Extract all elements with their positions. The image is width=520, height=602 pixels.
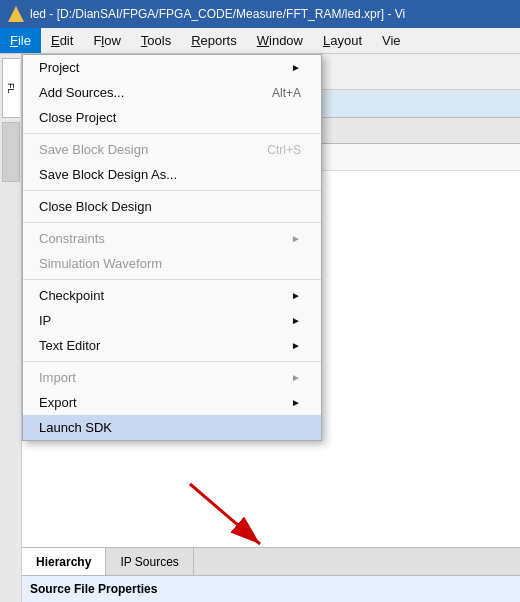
menu-item-save-block-design-as-label: Save Block Design As... [39,167,177,182]
menu-item-constraints: Constraints ► [23,226,321,251]
title-bar: led - [D:/DianSAI/FPGA/FPGA_CODE/Measure… [0,0,520,28]
menu-item-save-block-design-label: Save Block Design [39,142,148,157]
left-strip: FL [0,54,22,602]
separator-1 [23,133,321,134]
app-icon [8,6,24,22]
menu-item-simulation-waveform: Simulation Waveform [23,251,321,276]
tab-hierarchy[interactable]: Hierarchy [22,548,106,575]
menu-layout-label: Layout [323,33,362,48]
strip-tab-fl[interactable]: FL [2,58,20,118]
source-file-properties: Source File Properties [22,575,520,602]
menu-item-import: Import ► [23,365,321,390]
menu-flow-label: Flow [93,33,120,48]
menu-item-project-label: Project [39,60,79,75]
main-area: FL Project ► Add Sources... Alt+A Close … [0,54,520,602]
submenu-arrow-import: ► [291,372,301,383]
menu-item-save-block-design: Save Block Design Ctrl+S [23,137,321,162]
strip-tab-2[interactable] [2,122,20,182]
menu-edit-label: Edit [51,33,73,48]
menu-item-import-label: Import [39,370,76,385]
menu-window-label: Window [257,33,303,48]
title-text: led - [D:/DianSAI/FPGA/FPGA_CODE/Measure… [30,7,405,21]
menu-reports-label: Reports [191,33,237,48]
tab-ip-sources[interactable]: IP Sources [106,548,193,575]
menu-tools[interactable]: Tools [131,28,181,53]
menu-reports[interactable]: Reports [181,28,247,53]
menu-item-launch-sdk-label: Launch SDK [39,420,112,435]
submenu-arrow-ip: ► [291,315,301,326]
menu-edit[interactable]: Edit [41,28,83,53]
menu-view[interactable]: Vie [372,28,411,53]
menu-file[interactable]: File [0,28,41,53]
menu-item-add-sources-label: Add Sources... [39,85,124,100]
tab-ip-sources-label: IP Sources [120,555,178,569]
menu-bar: File Edit Flow Tools Reports Window Layo… [0,28,520,54]
file-dropdown-menu: Project ► Add Sources... Alt+A Close Pro… [22,54,322,441]
submenu-arrow-checkpoint: ► [291,290,301,301]
tab-hierarchy-label: Hierarchy [36,555,91,569]
menu-item-close-project-label: Close Project [39,110,116,125]
submenu-arrow-constraints: ► [291,233,301,244]
separator-3 [23,222,321,223]
menu-item-launch-sdk[interactable]: Launch SDK [23,415,321,440]
separator-5 [23,361,321,362]
menu-item-close-block-design[interactable]: Close Block Design [23,194,321,219]
shortcut-save-block: Ctrl+S [267,143,301,157]
submenu-arrow-text-editor: ► [291,340,301,351]
menu-item-text-editor-label: Text Editor [39,338,100,353]
shortcut-add-sources: Alt+A [272,86,301,100]
menu-item-close-project[interactable]: Close Project [23,105,321,130]
menu-item-ip-label: IP [39,313,51,328]
menu-file-label: File [10,33,31,48]
submenu-arrow-project: ► [291,62,301,73]
menu-item-save-block-design-as[interactable]: Save Block Design As... [23,162,321,187]
menu-item-simulation-waveform-label: Simulation Waveform [39,256,162,271]
separator-4 [23,279,321,280]
menu-layout[interactable]: Layout [313,28,372,53]
menu-item-close-block-design-label: Close Block Design [39,199,152,214]
bottom-tabs: Hierarchy IP Sources [22,547,520,575]
menu-item-add-sources[interactable]: Add Sources... Alt+A [23,80,321,105]
menu-flow[interactable]: Flow [83,28,130,53]
menu-item-project[interactable]: Project ► [23,55,321,80]
menu-item-export[interactable]: Export ► [23,390,321,415]
source-file-properties-label: Source File Properties [30,582,157,596]
menu-item-text-editor[interactable]: Text Editor ► [23,333,321,358]
menu-item-checkpoint[interactable]: Checkpoint ► [23,283,321,308]
menu-item-export-label: Export [39,395,77,410]
menu-tools-label: Tools [141,33,171,48]
submenu-arrow-export: ► [291,397,301,408]
menu-item-ip[interactable]: IP ► [23,308,321,333]
menu-view-label: Vie [382,33,401,48]
menu-item-constraints-label: Constraints [39,231,105,246]
menu-window[interactable]: Window [247,28,313,53]
separator-2 [23,190,321,191]
menu-item-checkpoint-label: Checkpoint [39,288,104,303]
